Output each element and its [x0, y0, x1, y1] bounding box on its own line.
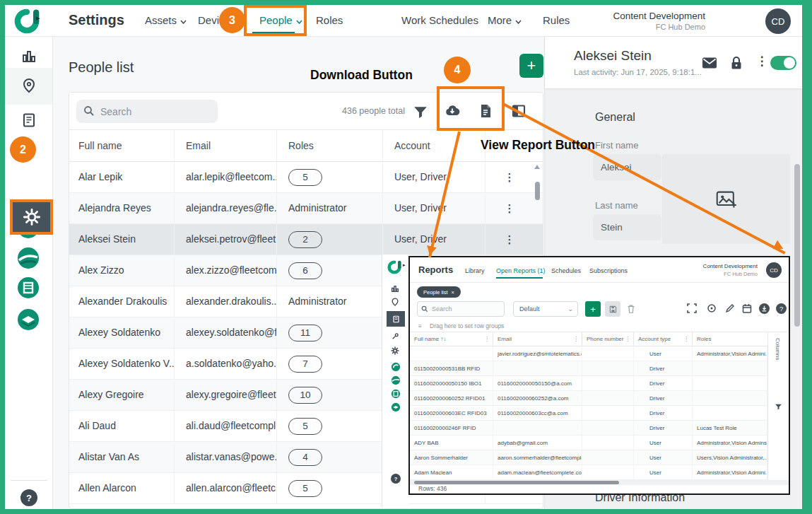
inset-app-icon-4 [391, 402, 401, 412]
inset-cell-roles: Users,Vision Administrator,... [693, 450, 767, 465]
inset-search-icon [421, 305, 428, 313]
inset-col-roles: Roles [693, 332, 767, 346]
filter-icon[interactable] [413, 105, 428, 120]
cell-email: a.soldatenko@yaho... [175, 349, 277, 379]
roles-count-pill[interactable]: 6 [288, 262, 322, 279]
cell-email: alistar.vanas@powe... [175, 442, 277, 472]
roles-count-pill[interactable]: 7 [288, 356, 322, 373]
lock-icon[interactable] [729, 55, 744, 71]
cell-roles: 5 [277, 473, 383, 503]
step-badge-2: 2 [10, 136, 36, 163]
people-table-row[interactable]: Alar Lepikalar.lepik@fleetcom...5User, D… [69, 162, 543, 193]
add-image-icon [716, 190, 737, 209]
column-header-full-name[interactable]: Full name [69, 130, 175, 162]
inset-filter-icon [775, 403, 782, 411]
inset-active-tab-underline [496, 277, 543, 279]
kebab-icon: ⋮ [573, 332, 579, 346]
cell-email: ali.daud@fleetcompl... [175, 411, 277, 441]
inset-cell-full-name: 0116002000060252 RFID01 [410, 391, 493, 405]
inset-table-row: javier.rodriguez@smtotelematics.comUserA… [410, 346, 767, 361]
people-table-row[interactable]: Aleksei Steinaleksei.petrov@fleet...2Use… [69, 224, 543, 255]
app-circle-icon-3[interactable] [16, 276, 40, 300]
cell-full-name: Aleksei Stein [69, 224, 175, 255]
roles-count-pill[interactable]: 4 [288, 449, 322, 466]
scroll-up-icon[interactable] [534, 165, 540, 169]
tab-assets[interactable]: Assets [145, 14, 187, 26]
sidebar-item-settings[interactable] [10, 199, 53, 235]
column-header-account[interactable]: Account [383, 130, 486, 162]
roles-count-pill[interactable]: 2 [288, 231, 322, 248]
detail-last-activity: Last activity: Jun 17, 2025, 9:18:1... [574, 68, 702, 76]
roles-count-pill[interactable]: 11 [288, 325, 322, 341]
tab-work-schedules[interactable]: Work Schedules [401, 14, 478, 26]
column-header-roles[interactable]: Roles [277, 130, 383, 162]
columns-panel-tab: Columns [775, 338, 781, 361]
inset-sidebar: ▸ ? [382, 255, 408, 507]
add-person-button[interactable]: + [519, 54, 543, 78]
roles-text: Administrator [288, 202, 346, 214]
inset-cell-roles [693, 376, 767, 390]
drag-handle-icon: ≡ [418, 320, 422, 332]
column-header-email[interactable]: Email [175, 130, 277, 162]
inset-cell-email: aaron.sommerhalder@fleetcomplete.com [493, 450, 582, 465]
step-badge-4: 4 [444, 57, 471, 83]
inset-tab-schedules: Schedules [551, 267, 581, 274]
brand-logo[interactable] [13, 8, 54, 34]
inset-cell-email: javier.rodriguez@smtotelematics.com [493, 346, 582, 361]
user-avatar[interactable]: CD [765, 8, 791, 34]
roles-count-pill[interactable]: 5 [288, 480, 322, 497]
roles-count-pill[interactable]: 10 [288, 387, 322, 404]
email-icon[interactable] [702, 55, 717, 71]
tab-more[interactable]: More [488, 14, 522, 26]
target-icon [707, 303, 717, 313]
dashboard-bar-chart-icon[interactable] [21, 48, 37, 64]
row-menu-button[interactable]: ⋮ [486, 224, 534, 255]
inset-cell-full-name: 01160020000603EC RFID03 [410, 406, 493, 420]
report-document-icon[interactable] [21, 112, 37, 128]
inset-cell-phone [582, 436, 634, 450]
inset-cell-full-name: Aaron Sommerhalder [410, 450, 493, 465]
inset-download-icon [759, 303, 770, 314]
scrollbar-thumb[interactable] [535, 182, 540, 200]
active-toggle[interactable] [770, 56, 796, 70]
row-menu-button[interactable]: ⋮ [486, 193, 534, 223]
fullscreen-icon [687, 303, 697, 313]
search-icon [83, 105, 95, 117]
kebab-menu-button[interactable]: ⋮ [754, 54, 770, 69]
page-title: Settings [69, 12, 124, 28]
inset-report-tab-label: People list [423, 289, 448, 296]
detail-person-name: Aleksei Stein [574, 48, 652, 64]
chevron-down-icon [515, 20, 522, 24]
inset-cell-account-type: Driver [634, 376, 693, 390]
inset-cell-full-name: 01160020000246F RFID [410, 421, 493, 435]
inset-cell-phone [582, 406, 634, 420]
help-button[interactable]: ? [20, 489, 37, 506]
search-input[interactable] [100, 100, 213, 123]
people-list-title: People list [69, 59, 134, 76]
row-menu-button[interactable]: ⋮ [486, 162, 534, 192]
cell-roles: 5 [277, 162, 383, 192]
tab-rules[interactable]: Rules [543, 14, 570, 26]
kebab-icon: ⋮ [683, 332, 689, 346]
detail-panel-header: Aleksei Stein Last activity: Jun 17, 202… [545, 37, 802, 88]
inset-tab-open-reports: Open Reports (1) [496, 267, 546, 274]
inset-rows-count: Rows: 436 [418, 485, 447, 492]
last-name-field[interactable]: Stein [593, 214, 661, 240]
cell-full-name: Alexander Drakoulis [69, 286, 175, 317]
app-circle-icon-4[interactable] [16, 308, 40, 332]
inset-table-row: 01160020000246F RFIDDriverLucas Test Rol… [410, 421, 767, 436]
panel-scrollbar-thumb[interactable] [794, 164, 800, 327]
inset-cell-phone [582, 361, 634, 375]
sidebar-expand-icon[interactable]: ▸ [36, 13, 40, 23]
inset-cell-phone [582, 391, 634, 405]
kebab-icon: ⋮ [484, 332, 490, 346]
inset-wrench-icon [391, 332, 399, 341]
cell-full-name: Alistar Van As [69, 442, 175, 472]
location-pin-icon[interactable] [21, 78, 37, 93]
roles-count-pill[interactable]: 5 [288, 418, 322, 435]
people-table-row[interactable]: Alejandra Reyesalejandra.reyes@fle...Adm… [69, 193, 543, 224]
roles-count-pill[interactable]: 5 [288, 169, 322, 186]
inset-cell-account-type: User [634, 465, 693, 479]
tab-roles[interactable]: Roles [316, 14, 343, 26]
app-circle-icon-2[interactable] [16, 246, 40, 270]
